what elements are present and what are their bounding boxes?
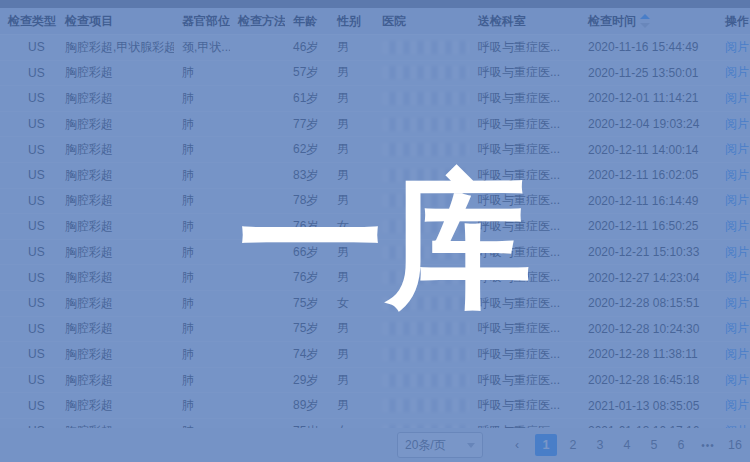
cell-actions: 阅片	[717, 214, 750, 240]
view-film-link[interactable]: 阅片	[725, 245, 749, 259]
cell-department: 呼吸与重症医...	[470, 60, 580, 86]
view-film-link[interactable]: 阅片	[725, 168, 749, 182]
cell-exam-type: US	[0, 35, 57, 61]
view-film-link[interactable]: 阅片	[725, 65, 749, 79]
view-film-link[interactable]: 阅片	[725, 193, 749, 207]
hospital-redaction	[382, 246, 470, 259]
table-row: US 胸腔彩超 肺 83岁 男 呼吸与重症医... 2020-12-11 16:…	[0, 162, 750, 188]
pager-page-4[interactable]: 4	[616, 434, 638, 456]
cell-department: 呼吸与重症医...	[470, 111, 580, 137]
cell-gender: 男	[329, 342, 374, 368]
view-film-link[interactable]: 阅片	[725, 347, 749, 361]
cell-organ: 肺	[174, 86, 230, 112]
cell-department: 呼吸与重症医...	[470, 35, 580, 61]
cell-exam-time: 2020-12-28 11:38:11	[580, 342, 717, 368]
cell-actions: 阅片	[717, 162, 750, 188]
cell-age: 77岁	[285, 111, 329, 137]
cell-age: 75岁	[285, 290, 329, 316]
cell-organ: 肺	[174, 239, 230, 265]
cell-organ: 肺	[174, 214, 230, 240]
cell-exam-time: 2020-11-16 15:44:49	[580, 35, 717, 61]
cell-exam-time: 2020-12-28 16:45:18	[580, 367, 717, 393]
cell-exam-item: 胸腔彩超	[57, 214, 174, 240]
header-row: 检查类型 检查项目 器官部位 检查方法 年龄 性别 医院 送检科室 检查时间 操…	[0, 8, 750, 35]
pager-page-2[interactable]: 2	[562, 434, 584, 456]
table-row: US 胸腔彩超,甲状腺彩超 颈,甲状... 46岁 男 呼吸与重症医... 20…	[0, 35, 750, 61]
cell-organ: 肺	[174, 137, 230, 163]
cell-exam-time: 2020-12-27 14:23:04	[580, 265, 717, 291]
sort-caret-icon[interactable]	[640, 14, 650, 28]
view-film-link[interactable]: 阅片	[725, 40, 749, 54]
cell-method	[230, 265, 285, 291]
view-film-link[interactable]: 阅片	[725, 91, 749, 105]
hospital-redaction	[382, 374, 470, 387]
view-film-link[interactable]: 阅片	[725, 373, 749, 387]
cell-exam-type: US	[0, 367, 57, 393]
cell-exam-type: US	[0, 290, 57, 316]
cell-exam-type: US	[0, 239, 57, 265]
cell-department: 呼吸与重症医...	[470, 316, 580, 342]
cell-actions: 阅片	[717, 239, 750, 265]
cell-method	[230, 86, 285, 112]
cell-organ: 肺	[174, 393, 230, 419]
hospital-redaction	[382, 271, 470, 284]
cell-exam-type: US	[0, 86, 57, 112]
pager-ellipsis[interactable]: •••	[697, 434, 719, 456]
cell-gender: 男	[329, 367, 374, 393]
table-row: US 胸腔彩超 肺 75岁 男 呼吸与重症医... 2020-12-28 10:…	[0, 316, 750, 342]
cell-exam-type: US	[0, 393, 57, 419]
cell-exam-time: 2020-12-28 10:24:30	[580, 316, 717, 342]
hospital-redaction	[382, 66, 470, 79]
cell-organ: 肺	[174, 316, 230, 342]
hospital-redaction	[382, 348, 470, 361]
cell-organ: 肺	[174, 111, 230, 137]
cell-hospital	[374, 265, 470, 291]
column-header-exam-time[interactable]: 检查时间	[580, 8, 717, 35]
cell-exam-time: 2020-12-01 11:14:21	[580, 86, 717, 112]
column-header-method: 检查方法	[230, 8, 285, 35]
cell-gender: 男	[329, 111, 374, 137]
screen: 检查类型 检查项目 器官部位 检查方法 年龄 性别 医院 送检科室 检查时间 操…	[0, 0, 750, 462]
cell-organ: 肺	[174, 290, 230, 316]
view-film-link[interactable]: 阅片	[725, 219, 749, 233]
cell-exam-time: 2020-12-11 16:14:49	[580, 188, 717, 214]
view-film-link[interactable]: 阅片	[725, 296, 749, 310]
cell-hospital	[374, 239, 470, 265]
view-film-link[interactable]: 阅片	[725, 142, 749, 156]
view-film-link[interactable]: 阅片	[725, 398, 749, 412]
cell-age: 46岁	[285, 35, 329, 61]
cell-hospital	[374, 214, 470, 240]
cell-hospital	[374, 35, 470, 61]
page-size-select[interactable]: 20条/页	[397, 432, 483, 458]
table-row: US 胸腔彩超 肺 76岁 女 呼吸与重症医... 2020-12-11 16:…	[0, 214, 750, 240]
pager-page-1[interactable]: 1	[535, 434, 557, 456]
cell-age: 61岁	[285, 86, 329, 112]
view-film-link[interactable]: 阅片	[725, 117, 749, 131]
hospital-redaction	[382, 143, 470, 156]
cell-exam-item: 胸腔彩超	[57, 265, 174, 291]
pager-page-5[interactable]: 5	[643, 434, 665, 456]
table-row: US 胸腔彩超 肺 89岁 男 呼吸与重症医... 2021-01-13 08:…	[0, 393, 750, 419]
pager-page-6[interactable]: 6	[670, 434, 692, 456]
cell-method	[230, 316, 285, 342]
cell-actions: 阅片	[717, 342, 750, 368]
view-film-link[interactable]: 阅片	[725, 270, 749, 284]
cell-gender: 男	[329, 393, 374, 419]
prev-page-button[interactable]: ‹	[506, 434, 528, 456]
cell-actions: 阅片	[717, 137, 750, 163]
pager-page-3[interactable]: 3	[589, 434, 611, 456]
cell-actions: 阅片	[717, 111, 750, 137]
cell-method	[230, 60, 285, 86]
cell-exam-type: US	[0, 316, 57, 342]
cell-method	[230, 188, 285, 214]
pager-page-16[interactable]: 16	[724, 434, 746, 456]
cell-gender: 男	[329, 60, 374, 86]
cell-organ: 肺	[174, 342, 230, 368]
cell-department: 呼吸与重症医...	[470, 214, 580, 240]
column-header-actions: 操作	[717, 8, 750, 35]
cell-hospital	[374, 316, 470, 342]
column-header-organ: 器官部位	[174, 8, 230, 35]
cell-organ: 肺	[174, 162, 230, 188]
hospital-redaction	[382, 220, 470, 233]
view-film-link[interactable]: 阅片	[725, 321, 749, 335]
